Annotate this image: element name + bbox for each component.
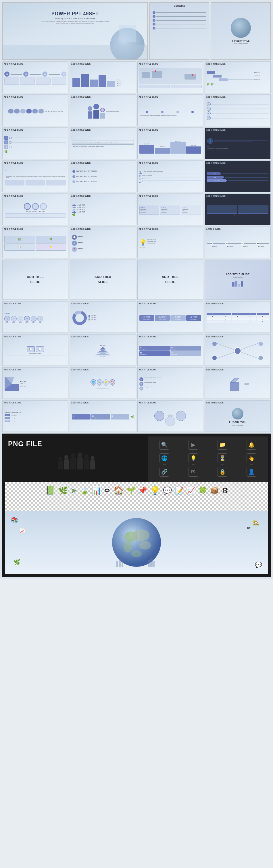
- scatter-obj-5: 📈: [20, 528, 25, 533]
- slide-card-timeline-dots: A Title SLIDE ADD TEXT ADD TEXT ADD TEXT…: [205, 226, 271, 258]
- slide-card-venn3: ADD TITLE SLIDE COMMON: [138, 400, 204, 432]
- slide-card-numbered: ADD A TITLE SLIDE 1. Lorem ipsum dolor s…: [138, 160, 204, 192]
- slide-card-circles3: ADD A TITLE SLIDE ADD TEXT ADD TEXT ADD …: [2, 193, 68, 225]
- slide-row-2: ADD A TITLE SLIDE 01 02 03 04: [2, 61, 271, 93]
- pie-chart-svg: [5, 377, 19, 391]
- hero-slide-main: POWER PPT 49SET Insert my subtitle or ma…: [2, 2, 148, 60]
- slide-card-big-text4: ADD TITLE SLIDE bars chart example: [205, 259, 271, 300]
- icon-mail: ✉ mail: [180, 467, 207, 479]
- slide-card-cube: ADD TITLE SLIDE 3D CubeElement: [205, 367, 271, 399]
- obj-notes: 📝: [175, 487, 184, 495]
- slide-card-hex: ADD A TITLE SLIDE ADD TEXT ADD TEXT ADD …: [2, 94, 68, 126]
- svg-point-15: [124, 541, 132, 553]
- contents-slide: Contents 1 2 3 4 5: [149, 2, 209, 60]
- svg-point-16: [140, 541, 151, 550]
- globe-title-slide: I. INSERT TITLE Insert subtitle text her…: [211, 2, 271, 60]
- svg-rect-22: [116, 561, 118, 567]
- contents-list: 1 2 3 4 5: [151, 10, 207, 31]
- icon-hourglass: ⏳ time: [209, 454, 236, 465]
- obj-leaf1: 🌿: [59, 487, 67, 495]
- slide-card-why: ADD TITLE SLIDE 4+ WHY Q Who? Q What?: [2, 301, 68, 333]
- large-globe: [111, 517, 162, 568]
- svg-point-14: [132, 529, 149, 541]
- slide-card-flow: ADD A TITLE SLIDE ADD TEXT ADD TEXT: [205, 61, 271, 93]
- slide-card-multicard: ADD TITLE SLIDE 01 Lorem ipsum dolor sit…: [70, 400, 136, 432]
- insert-title: I. INSERT TITLE: [232, 40, 249, 42]
- slide-card-numbered2: ADD TITLE SLIDE 01 Lorem ipsum dolor sit…: [138, 367, 204, 399]
- slide-card-big-text1: ADD TItLESLIDE: [2, 259, 68, 300]
- slide-row-9: ADD TITLE SLIDE 4+ WHY Q Who? Q What?: [2, 301, 271, 333]
- obj-settings: ⚙: [222, 487, 228, 495]
- slide-row-7: ADD A TITLE SLIDE 📗 🌿 📋 📁 ADD A TITLE SL…: [2, 226, 271, 258]
- obj-speech: 💬: [163, 487, 172, 495]
- icon-play: ▶ play: [180, 440, 207, 452]
- globe-illustration-area: 📚 🏡 🌿 💬 📈 ✏: [5, 511, 268, 574]
- obj-book: 📗: [45, 486, 56, 496]
- slide-card-timeline-v: ADD A TITLE SLIDE ADD TEXT ADD TEXT ADD …: [70, 160, 136, 192]
- icon-search: 🔍 search: [151, 440, 178, 452]
- icon-user: 👤 user: [238, 467, 265, 479]
- icon-bulb: 💡 bulb: [180, 454, 207, 465]
- slide-card-vbars: ADD A TITLE SLIDE ADD TEXT ADD TEXT ADD …: [138, 127, 204, 159]
- slide-card-big-text3: ADD TItLESLIDE: [138, 259, 204, 300]
- slide-card-lamp: ADD A TITLE SLIDE 💡 ADD TEXT 01 Lorem ip…: [138, 226, 204, 258]
- icon-cursor: 👆 cursor: [238, 454, 265, 465]
- slide-card-cards: ADD TITLE SLIDE 01 Lorem ipsum 02 Lorem …: [138, 334, 204, 366]
- globe-svg-large: [111, 517, 162, 568]
- slide-row-5: ADD A TITLE SLIDE " Lorem ipsum dolor si…: [2, 160, 271, 192]
- slide-card-table: ADD TITLE SLIDE 01 02 03 04 05 ★ ★ ★ ★ ★: [205, 301, 271, 333]
- png-section: PNG FILE: [2, 434, 271, 577]
- slide-card-compare: ADD A TITLE SLIDE ★ ★ ★ Lorem ipsumdolor…: [138, 193, 204, 225]
- slide-card-steps: ADD A TITLE SLIDE 01 02 03 04: [2, 61, 68, 93]
- svg-rect-27: [153, 561, 155, 567]
- obj-push: 📌: [138, 487, 147, 495]
- icon-share: 🔗 share: [151, 467, 178, 479]
- obj-pen: ✏: [104, 487, 111, 495]
- cube-svg: [226, 375, 243, 393]
- obj-plant: 🌱: [126, 487, 135, 495]
- slide-row-8: ADD TItLESLIDE ADD TItLeSLIDE ADD TItLES…: [2, 259, 271, 300]
- slide-card-imgrid: ADD A TITLE SLIDE 📗 🌿 📋 📁: [2, 226, 68, 258]
- slide-card-circleicons: ADD TITLE SLIDE 🌐 01 🔍 02 💡: [70, 367, 136, 399]
- hero-subtitle: Insert my subtitle or main author's name…: [5, 18, 145, 20]
- slide-card-pie: ADD TITLE SLIDE ● 50% Item ● 30% Item ● …: [2, 367, 68, 399]
- slide-card-persons: ADD A TITLE SLIDE Lorem: [70, 94, 136, 126]
- slide-row-3: ADD A TITLE SLIDE ADD TEXT ADD TEXT ADD …: [2, 94, 271, 126]
- svg-rect-24: [122, 562, 123, 567]
- hero-row: POWER PPT 49SET Insert my subtitle or ma…: [2, 2, 271, 60]
- slide-card-map: ADD A TITLE SLIDE: [138, 61, 204, 93]
- slide-card-columns: ADD TITLE SLIDE JL TEST Lorem ipsum JL T…: [138, 301, 204, 333]
- slide-card-timeline: ADD A TITLE SLIDE Lorem ipsum dolor sit …: [138, 94, 204, 126]
- slide-card-speech: ADD TITLE SLIDE 💬 💬 Lorem ipsum dolor si…: [2, 334, 68, 366]
- icon-bell: 🔔 bell: [238, 440, 265, 452]
- scatter-obj-3: 🌿: [14, 559, 20, 565]
- svg-marker-11: [231, 378, 239, 382]
- obj-arrow: ➤: [70, 486, 77, 495]
- obj-growth: 📈: [186, 487, 195, 495]
- svg-rect-25: [148, 560, 150, 567]
- slide-row-4: ADD A TITLE SLIDE 1 2 3: [2, 127, 271, 159]
- icon-folder: 📁 folder: [209, 440, 236, 452]
- slide-card-mindmap: ADD TITLE SLIDE: [205, 334, 271, 366]
- slide-card-dark2: ADD A TITLE SLIDE Lorem ipsum dolor sit …: [205, 193, 271, 225]
- contents-header: Contents: [151, 4, 207, 8]
- slide-card-arrows-v: ADD A TITLE SLIDE ① ADD TEXT ② ADD TEXT: [70, 193, 136, 225]
- icon-lock: 🔒 lock: [209, 467, 236, 479]
- scatter-obj-4: 💬: [255, 561, 262, 568]
- svg-rect-10: [231, 382, 239, 391]
- slide-card-quote: ADD A TITLE SLIDE " Lorem ipsum dolor si…: [2, 160, 68, 192]
- slide-card-thankyou: ADD TITLE SLIDE THANK YOU Lorem ipsum do…: [205, 400, 271, 432]
- slide-row-10: ADD TITLE SLIDE 💬 💬 Lorem ipsum dolor si…: [2, 334, 271, 366]
- transparent-objects-area: 📗 🌿 ➤ 🍃 📊 ✏ 🏠 🌱 📌 💡 💬 📝 📈 🍀 📦 ⚙: [5, 482, 268, 511]
- scatter-obj-6: ✏: [247, 525, 250, 531]
- svg-rect-26: [150, 558, 153, 567]
- hero-title: POWER PPT 49SET: [5, 11, 145, 17]
- png-file-label: PNG FILE: [8, 440, 145, 448]
- main-wrapper: POWER PPT 49SET Insert my subtitle or ma…: [0, 0, 273, 579]
- obj-home: 🏠: [114, 486, 124, 495]
- icon-globe: 🌐 globe: [151, 454, 178, 465]
- slide-card-flowchart2: ADD TITLE SLIDE PLANNING COMMUNICATION S…: [2, 400, 68, 432]
- slide-row-11: ADD TITLE SLIDE ● 50% Item ● 30% Item ● …: [2, 367, 271, 399]
- slide-card-dark-arrows: ADD A TITLE SLIDE Step 1 Step 2 Step 3: [205, 160, 271, 192]
- svg-rect-23: [119, 559, 121, 567]
